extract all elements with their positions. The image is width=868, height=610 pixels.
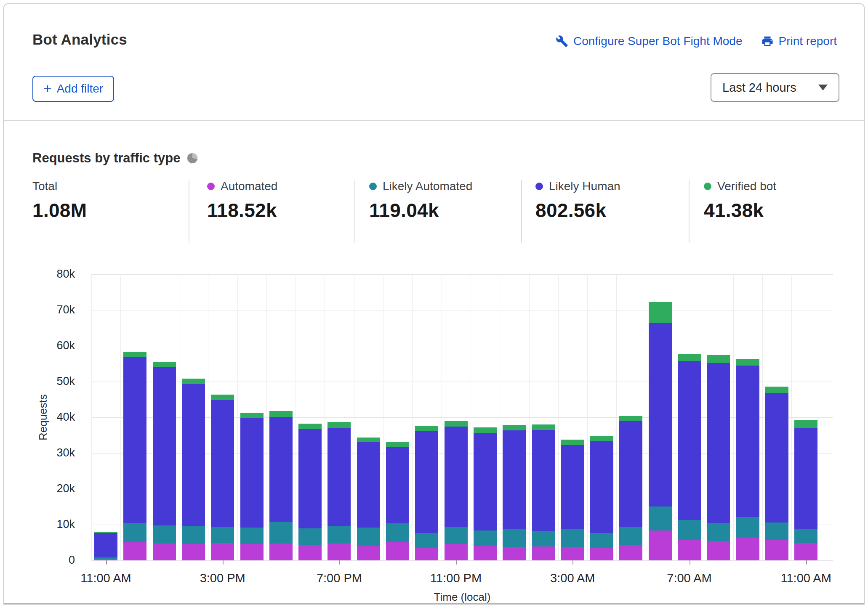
pie-chart-icon: [187, 153, 198, 164]
configure-link-label: Configure Super Bot Fight Mode: [573, 34, 743, 48]
gridline: [150, 274, 150, 560]
stacked-bar-4-00-pm[interactable]: [240, 413, 264, 560]
x-tick-mark: [806, 560, 807, 565]
bar-segment-likely-automated: [619, 527, 642, 545]
print-report-link[interactable]: Print report: [761, 34, 837, 48]
stacked-bar-11-00-pm[interactable]: [445, 421, 468, 560]
bar-segment-verified-bot: [619, 416, 642, 421]
stacked-bar-1-00-pm[interactable]: [153, 362, 176, 560]
gridline: [616, 274, 617, 560]
bar-segment-likely-human: [269, 417, 293, 522]
plus-icon: +: [43, 81, 52, 95]
x-tick-label: 3:00 AM: [550, 571, 595, 585]
bar-segment-likely-automated: [765, 522, 788, 540]
bar-segment-automated: [678, 540, 701, 560]
stat-likely-automated: Likely Automated 119.04k: [369, 180, 472, 222]
likely-automated-dot: [369, 183, 377, 190]
bar-segment-likely-human: [503, 430, 526, 529]
bar-segment-automated: [211, 543, 234, 560]
bar-segment-verified-bot: [298, 424, 322, 429]
page-title: Bot Analytics: [32, 31, 127, 48]
section-title: Requests by traffic type: [32, 151, 180, 166]
bar-segment-automated: [182, 544, 205, 560]
gridline: [791, 274, 792, 560]
stacked-bar-5-00-am[interactable]: [619, 416, 642, 560]
bar-segment-likely-automated: [561, 529, 584, 547]
gridline: [704, 274, 704, 560]
stacked-bar-9-00-pm[interactable]: [386, 442, 409, 560]
stat-automated: Automated 118.52k: [207, 180, 277, 222]
stacked-bar-11-00-am[interactable]: [94, 532, 117, 560]
gridline: [587, 274, 588, 560]
bar-segment-automated: [794, 543, 817, 560]
stacked-bar-8-00-pm[interactable]: [357, 438, 380, 560]
stacked-bar-6-00-pm[interactable]: [298, 424, 322, 560]
stacked-bar-6-00-am[interactable]: [649, 302, 672, 560]
y-tick-label: 50k: [41, 375, 75, 388]
x-axis-title: Time (local): [434, 591, 491, 604]
gridline: [91, 274, 833, 275]
bar-segment-likely-human: [736, 366, 759, 517]
stacked-bar-12-00-pm[interactable]: [123, 352, 146, 560]
bot-analytics-card: Bot Analytics Configure Super Bot Fight …: [3, 3, 865, 605]
likely-human-dot: [535, 183, 543, 190]
x-tick-mark: [223, 560, 224, 565]
bar-segment-likely-automated: [211, 527, 234, 543]
bar-segment-likely-automated: [649, 507, 672, 530]
configure-super-bot-fight-mode-link[interactable]: Configure Super Bot Fight Mode: [556, 34, 743, 48]
stat-divider: [689, 180, 690, 243]
stat-value: 1.08M: [32, 199, 87, 222]
stacked-bar-2-00-pm[interactable]: [182, 379, 205, 560]
bar-segment-likely-automated: [736, 517, 759, 537]
stacked-bar-12-00-am[interactable]: [474, 427, 497, 560]
x-tick-label: 11:00 PM: [430, 571, 482, 585]
bar-segment-likely-automated: [298, 528, 322, 545]
stacked-bar-10-00-pm[interactable]: [415, 426, 438, 560]
bar-segment-likely-human: [415, 431, 438, 533]
section-title-row: Requests by traffic type: [32, 151, 198, 166]
bar-segment-automated: [736, 538, 759, 560]
stacked-bar-5-00-pm[interactable]: [269, 411, 293, 560]
stacked-bar-2-00-am[interactable]: [532, 424, 555, 560]
gridline: [91, 310, 833, 310]
bar-segment-likely-automated: [445, 527, 468, 544]
gridline: [91, 346, 833, 346]
stat-label: Total: [32, 180, 57, 193]
stat-verified-bot: Verified bot 41.38k: [704, 180, 776, 222]
bar-segment-likely-human: [678, 361, 701, 520]
gridline: [558, 274, 559, 560]
bar-segment-likely-human: [590, 441, 613, 533]
stacked-bar-7-00-am[interactable]: [678, 354, 701, 560]
stacked-bar-3-00-am[interactable]: [561, 440, 584, 560]
stacked-bar-8-00-am[interactable]: [707, 355, 730, 560]
bar-segment-verified-bot: [153, 362, 176, 367]
stacked-bar-3-00-pm[interactable]: [211, 395, 234, 560]
stacked-bar-11-00-am[interactable]: [794, 420, 817, 560]
stacked-bar-1-00-am[interactable]: [503, 425, 526, 560]
bar-segment-likely-automated: [415, 533, 438, 548]
add-filter-button[interactable]: + Add filter: [32, 76, 114, 102]
gridline: [354, 274, 354, 560]
gridline: [442, 274, 442, 560]
stacked-bar-4-00-am[interactable]: [590, 436, 613, 560]
print-link-label: Print report: [779, 34, 837, 48]
stacked-bar-7-00-pm[interactable]: [327, 422, 351, 560]
x-tick-label: 7:00 AM: [667, 571, 711, 585]
bar-segment-verified-bot: [765, 387, 788, 393]
gridline: [325, 274, 325, 560]
y-tick-label: 40k: [41, 411, 75, 424]
stat-label: Likely Automated: [383, 180, 472, 193]
automated-dot: [207, 183, 215, 190]
stat-divider: [521, 180, 522, 243]
stat-label: Automated: [221, 180, 277, 193]
time-range-value: Last 24 hours: [722, 81, 796, 95]
x-tick-mark: [690, 560, 690, 565]
x-tick-label: 7:00 PM: [317, 571, 362, 585]
stacked-bar-10-00-am[interactable]: [765, 387, 788, 560]
bar-segment-verified-bot: [182, 379, 205, 384]
bar-segment-likely-automated: [794, 529, 817, 543]
time-range-select[interactable]: Last 24 hours: [711, 73, 839, 102]
x-tick-mark: [106, 560, 107, 565]
bar-segment-automated: [153, 544, 176, 560]
stacked-bar-9-00-am[interactable]: [736, 359, 759, 560]
